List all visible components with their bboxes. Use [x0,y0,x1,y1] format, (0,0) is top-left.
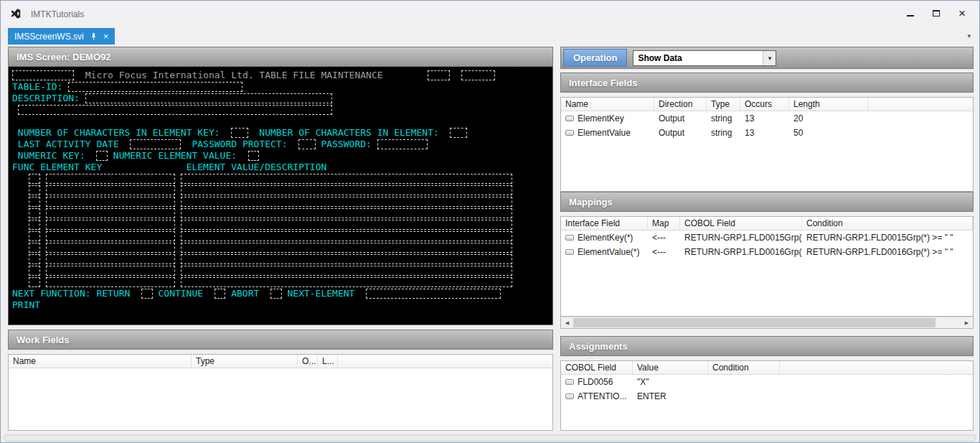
ims-screen-text [12,104,18,115]
column-header-occurs[interactable]: Occurs [740,98,789,111]
ims-input-field[interactable] [18,105,332,115]
document-well-dropdown-icon[interactable]: ▾ [967,32,971,39]
ims-input-field[interactable] [29,277,40,287]
ims-input-field[interactable] [29,185,40,195]
ims-input-field[interactable] [181,254,512,264]
column-header-type[interactable]: Type [707,98,740,111]
ims-input-field[interactable] [141,289,153,299]
ims-input-field[interactable] [46,220,175,230]
ims-input-field[interactable] [29,243,40,253]
ims-input-field[interactable] [461,70,495,80]
column-header-map[interactable]: Map [648,217,680,230]
interface-fields-panel: Interface Fields NameDirectionTypeOccurs… [560,73,974,192]
ims-input-field[interactable] [181,197,512,207]
field-icon [565,130,574,136]
terminal-line [12,116,550,127]
terminal-line: PRINT [12,299,550,311]
ims-input-field[interactable] [46,174,175,184]
table-row[interactable]: ATTENTIO...ENTER [561,389,973,404]
table-cell: 20 [789,113,868,123]
column-header-name[interactable]: Name [9,355,192,368]
pin-icon[interactable] [90,32,98,41]
ims-input-field[interactable] [181,208,512,218]
ims-input-field[interactable] [68,82,242,92]
ims-input-field[interactable] [181,220,512,230]
horizontal-scrollbar[interactable]: ◀ ▶ [560,317,974,329]
ims-input-field[interactable] [231,128,248,138]
column-header-name[interactable]: Name [561,98,654,111]
panel-title: Interface Fields [569,78,637,88]
ims-input-field[interactable] [46,277,175,287]
ims-input-field[interactable] [298,139,315,149]
column-header-l-[interactable]: L... [318,355,338,368]
column-header-value[interactable]: Value [633,361,708,374]
column-header-cobol-field[interactable]: COBOL Field [680,217,802,230]
ims-input-field[interactable] [46,208,175,218]
table-cell: RETURN-GRP1.FLD0016Grp(*) [680,247,802,257]
table-cell: ElementValue(*) [561,247,648,257]
ims-input-field[interactable] [29,254,40,264]
maximize-button[interactable] [923,4,949,22]
ims-input-field[interactable] [428,70,450,80]
ims-input-field[interactable] [12,70,74,80]
ims-input-field[interactable] [85,93,332,103]
minimize-button[interactable] [897,4,923,22]
ims-input-field[interactable] [181,266,512,276]
table-cell: string [707,113,740,123]
close-button[interactable]: × [949,4,975,22]
ims-input-field[interactable] [248,151,260,161]
column-header-filler [868,98,973,111]
column-header-condition[interactable]: Condition [802,217,973,230]
scroll-left-icon[interactable]: ◀ [561,317,573,328]
ims-input-field[interactable] [29,197,40,207]
ims-input-field[interactable] [29,266,40,276]
ims-input-field[interactable] [29,208,40,218]
field-icon [565,235,574,241]
ims-input-field[interactable] [270,289,282,299]
table-row[interactable]: FLD0056"X" [561,375,973,389]
column-header-cobol-field[interactable]: COBOL Field [561,361,633,374]
column-header-interface-field[interactable]: Interface Field [561,217,648,230]
ims-input-field[interactable] [181,277,512,287]
ims-input-field[interactable] [181,243,512,253]
ims-screen-text [40,219,46,230]
column-header-type[interactable]: Type [192,355,298,368]
ims-screen-text: ABORT [225,288,270,299]
ims-input-field[interactable] [46,254,175,264]
table-row[interactable]: ElementKey(*)<---RETURN-GRP1.FLD0015Grp(… [561,230,973,245]
operation-dropdown[interactable]: Show Data ▾ [633,50,776,66]
ims-input-field[interactable] [29,220,40,230]
tab-close-icon[interactable]: × [103,32,109,41]
tab-imsscreenws[interactable]: IMSScreenWS.svi × [8,28,115,45]
ims-input-field[interactable] [29,231,40,241]
ims-input-field[interactable] [181,185,512,195]
ims-input-field[interactable] [450,128,466,138]
column-header-length[interactable]: Length [789,98,868,111]
ims-input-field[interactable] [96,151,108,161]
ims-input-field[interactable] [130,139,180,149]
field-icon [565,379,574,385]
ims-input-field[interactable] [366,289,501,299]
ims-input-field[interactable] [181,174,512,184]
bottom-scrollbar[interactable] [4,434,976,442]
ims-input-field[interactable] [46,266,175,276]
ims-input-field[interactable] [46,197,175,207]
terminal-line [12,265,550,276]
scroll-right-icon[interactable]: ▶ [961,317,973,328]
ims-input-field[interactable] [377,139,428,149]
table-row[interactable]: ElementKeyOutputstring1320 [561,111,973,126]
table-row[interactable]: ElementValue(*)<---RETURN-GRP1.FLD0016Gr… [561,245,973,259]
column-header-condition[interactable]: Condition [708,361,780,374]
ims-input-field[interactable] [215,289,226,299]
column-header-o-[interactable]: O... [298,355,318,368]
scroll-thumb[interactable] [573,318,936,327]
ims-input-field[interactable] [46,231,175,241]
ims-input-field[interactable] [46,243,175,253]
ims-screen-text [40,196,46,207]
column-header-direction[interactable]: Direction [654,98,707,111]
ims-screen-text: TABLE-ID: [12,81,68,92]
ims-input-field[interactable] [29,174,40,184]
ims-input-field[interactable] [46,185,175,195]
table-row[interactable]: ElementValueOutputstring1350 [561,126,973,140]
ims-input-field[interactable] [181,231,512,241]
